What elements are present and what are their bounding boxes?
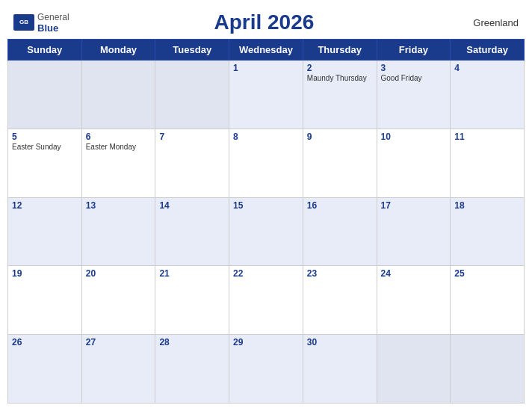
day-number: 30 <box>307 337 373 347</box>
calendar-day-cell: 27 <box>81 335 155 404</box>
day-number: 14 <box>159 200 225 211</box>
day-number: 25 <box>454 268 520 279</box>
logo: GB General Blue <box>13 12 69 34</box>
calendar-day-cell: 10 <box>377 129 451 197</box>
calendar-title: April 2026 <box>69 10 459 34</box>
day-number: 26 <box>12 337 78 347</box>
day-number: 24 <box>381 268 447 279</box>
header-wednesday: Wednesday <box>229 40 303 61</box>
calendar-day-cell: 18 <box>451 197 525 266</box>
day-number: 16 <box>307 200 373 211</box>
calendar-day-cell: 17 <box>377 197 451 266</box>
calendar-day-cell <box>377 335 451 404</box>
calendar-table: Sunday Monday Tuesday Wednesday Thursday… <box>7 39 525 404</box>
calendar-day-cell <box>451 335 525 404</box>
calendar-day-cell: 21 <box>155 266 229 335</box>
day-number: 3 <box>381 63 447 73</box>
day-number: 11 <box>454 132 520 142</box>
calendar-week-row: 12Maundy Thursday3Good Friday4 <box>8 61 525 129</box>
header: GB General Blue April 2026 Greenland <box>7 7 525 36</box>
day-number: 19 <box>12 268 78 279</box>
day-number: 7 <box>159 132 225 142</box>
header-saturday: Saturday <box>451 40 525 61</box>
calendar-day-cell <box>8 61 82 129</box>
calendar-day-cell: 23 <box>303 266 377 335</box>
holiday-name: Easter Sunday <box>12 143 78 151</box>
svg-text:GB: GB <box>19 19 28 25</box>
calendar-day-cell: 25 <box>451 266 525 335</box>
logo-blue: Blue <box>37 22 69 34</box>
calendar-day-cell: 6Easter Monday <box>81 129 155 197</box>
calendar-day-cell: 5Easter Sunday <box>8 129 82 197</box>
calendar-week-row: 5Easter Sunday6Easter Monday7891011 <box>8 129 525 197</box>
day-number: 15 <box>233 200 299 211</box>
calendar-day-cell: 8 <box>229 129 303 197</box>
calendar-day-cell: 3Good Friday <box>377 61 451 129</box>
day-number: 10 <box>381 132 447 142</box>
day-number: 18 <box>454 200 520 211</box>
holiday-name: Easter Monday <box>86 143 152 151</box>
day-number: 28 <box>159 337 225 347</box>
header-tuesday: Tuesday <box>155 40 229 61</box>
day-number: 29 <box>233 337 299 347</box>
header-thursday: Thursday <box>303 40 377 61</box>
day-number: 4 <box>454 63 520 73</box>
calendar-day-cell: 29 <box>229 335 303 404</box>
day-number: 20 <box>86 268 152 279</box>
region-label: Greenland <box>459 17 519 28</box>
calendar-day-cell: 7 <box>155 129 229 197</box>
day-number: 17 <box>381 200 447 211</box>
calendar-week-row: 19202122232425 <box>8 266 525 335</box>
calendar-day-cell: 13 <box>81 197 155 266</box>
calendar-day-cell: 19 <box>8 266 82 335</box>
day-number: 23 <box>307 268 373 279</box>
calendar-day-cell: 16 <box>303 197 377 266</box>
header-monday: Monday <box>81 40 155 61</box>
day-number: 27 <box>86 337 152 347</box>
header-sunday: Sunday <box>8 40 82 61</box>
calendar-day-cell: 9 <box>303 129 377 197</box>
calendar-day-cell: 1 <box>229 61 303 129</box>
calendar-day-cell: 20 <box>81 266 155 335</box>
day-number: 5 <box>12 132 78 142</box>
calendar-day-cell: 14 <box>155 197 229 266</box>
calendar-day-cell: 30 <box>303 335 377 404</box>
day-number: 8 <box>233 132 299 142</box>
holiday-name: Good Friday <box>381 74 447 82</box>
calendar-week-row: 12131415161718 <box>8 197 525 266</box>
calendar-day-cell: 26 <box>8 335 82 404</box>
days-header-row: Sunday Monday Tuesday Wednesday Thursday… <box>8 40 525 61</box>
day-number: 12 <box>12 200 78 211</box>
day-number: 6 <box>86 132 152 142</box>
calendar-day-cell: 2Maundy Thursday <box>303 61 377 129</box>
holiday-name: Maundy Thursday <box>307 74 373 82</box>
calendar-day-cell: 24 <box>377 266 451 335</box>
calendar-day-cell <box>155 61 229 129</box>
header-friday: Friday <box>377 40 451 61</box>
day-number: 21 <box>159 268 225 279</box>
calendar-day-cell: 28 <box>155 335 229 404</box>
calendar-day-cell: 11 <box>451 129 525 197</box>
calendar-day-cell: 4 <box>451 61 525 129</box>
day-number: 2 <box>307 63 373 73</box>
calendar-day-cell <box>81 61 155 129</box>
logo-general: General <box>37 12 69 22</box>
calendar-day-cell: 22 <box>229 266 303 335</box>
day-number: 22 <box>233 268 299 279</box>
day-number: 13 <box>86 200 152 211</box>
day-number: 9 <box>307 132 373 142</box>
day-number: 1 <box>233 63 299 73</box>
calendar-week-row: 2627282930 <box>8 335 525 404</box>
logo-icon: GB <box>13 14 34 31</box>
calendar-day-cell: 15 <box>229 197 303 266</box>
calendar-day-cell: 12 <box>8 197 82 266</box>
